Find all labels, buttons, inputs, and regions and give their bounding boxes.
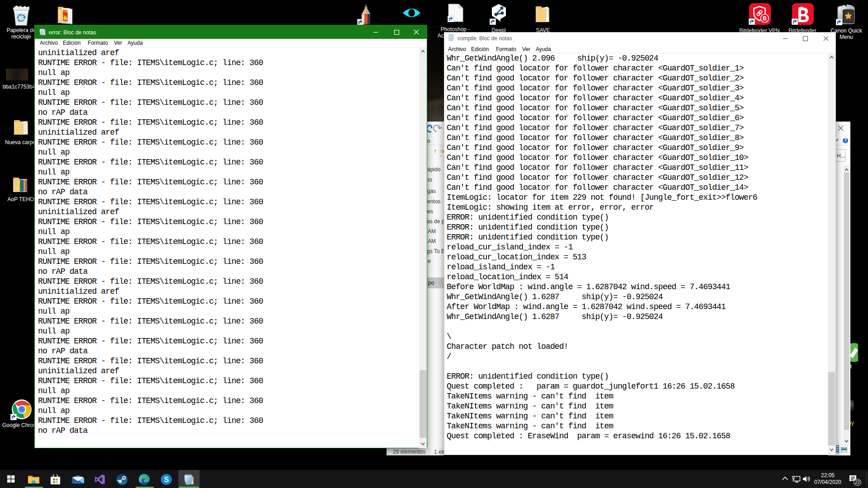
svg-text:S: S [164, 476, 169, 483]
svg-text:B: B [763, 15, 767, 22]
